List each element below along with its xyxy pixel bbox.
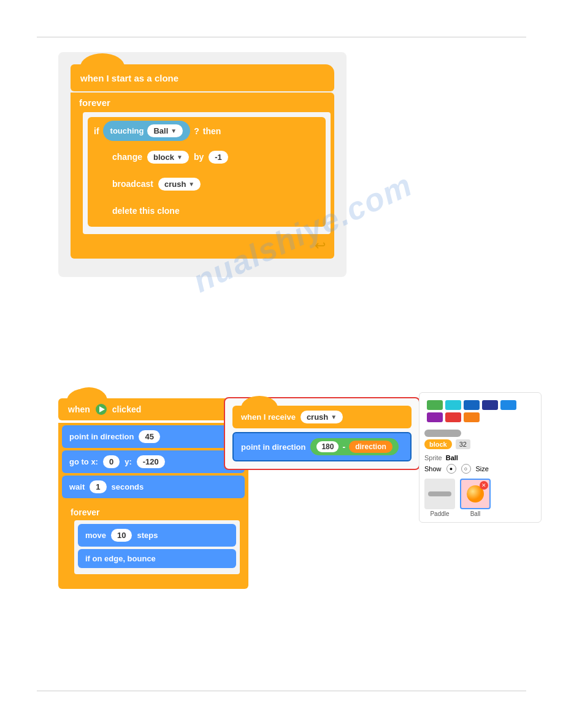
y-value[interactable]: -120 (137, 455, 165, 468)
size-label: Size (476, 465, 489, 472)
steps-label: steps (137, 531, 158, 540)
bottom-forever-block: forever move 10 steps if on edge, bounce (62, 501, 245, 585)
receive-hat-block: when I receive crush ▼ (232, 406, 412, 428)
swatch-indigo[interactable] (482, 400, 498, 410)
forever-block: forever if touching Ball ▼ (71, 93, 334, 259)
question-mark: ? (194, 126, 199, 136)
ball-dropdown[interactable]: Ball ▼ (147, 124, 183, 137)
ball-sprite-thumb[interactable]: ✕ (460, 479, 491, 509)
paddle-label: Paddle (430, 510, 449, 517)
swatch-amber[interactable] (464, 412, 480, 422)
receive-crush-label: crush (307, 412, 328, 422)
change-label: change (112, 152, 142, 162)
ball-sprite-label: Ball (470, 510, 481, 517)
top-script-area: when I start as a clone forever if touch… (58, 52, 347, 277)
sprite-info-row: Sprite Ball (424, 454, 536, 461)
ball-dropdown-arrow: ▼ (170, 127, 177, 134)
receive-crush-script: when I receive crush ▼ point in directio… (224, 397, 420, 470)
show-toggle-visible[interactable]: ● (446, 464, 456, 474)
y-label: y: (124, 457, 132, 466)
block-dropdown-arrow: ▼ (177, 154, 183, 161)
bottom-divider (37, 691, 526, 691)
block-var-dropdown[interactable]: block ▼ (147, 151, 189, 164)
change-block: change block ▼ by -1 (105, 145, 320, 169)
x-value[interactable]: 0 (103, 455, 120, 468)
paddle-sprite-thumb[interactable] (424, 479, 455, 509)
show-toggle-hidden[interactable]: ○ (461, 464, 471, 474)
scroll-bar (424, 430, 461, 437)
block-badge-label: block (424, 439, 452, 449)
if-block: if touching Ball ▼ ? then (88, 117, 326, 227)
point-label-2: point in direction (241, 442, 305, 452)
ball-label: Ball (153, 126, 168, 135)
if-label: if (94, 126, 99, 136)
clicked-label: clicked (112, 404, 141, 414)
delete-label: delete this clone (112, 206, 180, 216)
flag-stack: point in direction 45 go to x: 0 y: -120… (58, 423, 248, 589)
touching-label: touching (110, 126, 144, 135)
by-label: by (194, 152, 204, 162)
bottom-forever-label: forever (71, 507, 99, 517)
if-inner: change block ▼ by -1 broadcast (105, 145, 320, 223)
swatch-purple[interactable] (427, 412, 443, 422)
go-label: go to x: (69, 457, 98, 466)
point-label-1: point in direction (69, 432, 134, 441)
crush-dropdown-arrow: ▼ (188, 181, 194, 188)
forever-inner: if touching Ball ▼ ? then (83, 112, 331, 234)
receive-label: when I receive (241, 412, 296, 422)
top-divider (37, 37, 526, 37)
hat-block-clone: when I start as a clone (71, 64, 334, 91)
ball-sprite-container: ✕ Ball (460, 479, 491, 517)
swatch-dark-blue[interactable] (464, 400, 480, 410)
curved-arrow: ↩ (74, 234, 331, 255)
bounce-block: if on edge, bounce (78, 549, 236, 568)
when-label: when (68, 404, 90, 414)
move-label: move (85, 531, 106, 540)
move-block: move 10 steps (78, 524, 236, 547)
go-to-block: go to x: 0 y: -120 (62, 450, 245, 473)
block-badge-value: 32 (456, 439, 470, 449)
bottom-left-script: when clicked point in direction 45 go to… (58, 398, 248, 589)
bottom-forever-inner: move 10 steps if on edge, bounce (74, 520, 240, 574)
point-direction-block: point in direction 45 (62, 425, 245, 448)
delete-clone-block: delete this clone (105, 199, 320, 223)
sprite-name: Ball (446, 454, 458, 461)
move-value[interactable]: 10 (111, 529, 132, 542)
page-container: nualshiye.com when I start as a clone fo… (0, 0, 563, 728)
then-label: then (203, 126, 221, 136)
swatch-blue[interactable] (500, 400, 516, 410)
swatch-cyan[interactable] (445, 400, 461, 410)
flag-hat-block: when clicked (58, 398, 248, 420)
broadcast-label: broadcast (112, 179, 153, 189)
green-flag-icon (95, 403, 107, 415)
crush-dropdown[interactable]: crush ▼ (158, 178, 201, 191)
block-var-label: block (153, 153, 174, 162)
color-swatches (424, 398, 536, 425)
seconds-label: seconds (112, 482, 144, 491)
sprite-thumbnails: Paddle ✕ (424, 479, 536, 517)
operator-block: 180 - direction (310, 438, 398, 455)
swatch-red[interactable] (445, 412, 461, 422)
direction-var: direction (349, 441, 393, 453)
wait-label: wait (69, 482, 85, 491)
show-label: Show (424, 465, 442, 472)
wait-value[interactable]: 1 (90, 480, 106, 493)
sprite-label: Sprite (424, 454, 442, 461)
sprite-delete-icon[interactable]: ✕ (480, 481, 488, 490)
bounce-label: if on edge, bounce (85, 554, 156, 563)
minus-label: - (342, 442, 345, 452)
swatch-green[interactable] (427, 400, 443, 410)
touching-condition: touching Ball ▼ (103, 121, 191, 141)
value-180[interactable]: 180 (316, 441, 339, 452)
change-value[interactable]: -1 (209, 151, 228, 164)
right-panel: block 32 Sprite Ball Show ● ○ Size Paddl… (419, 392, 542, 523)
point-direction-2-block: point in direction 180 - direction (232, 432, 412, 461)
receive-crush-dropdown[interactable]: crush ▼ (301, 411, 343, 423)
broadcast-block: broadcast crush ▼ (105, 172, 320, 196)
show-size-row: Show ● ○ Size (424, 464, 536, 474)
paddle-sprite-container: Paddle (424, 479, 455, 517)
point-value-1[interactable]: 45 (139, 430, 159, 443)
wait-block: wait 1 seconds (62, 476, 245, 498)
forever-label: forever (79, 97, 110, 108)
crush-label: crush (164, 180, 186, 189)
